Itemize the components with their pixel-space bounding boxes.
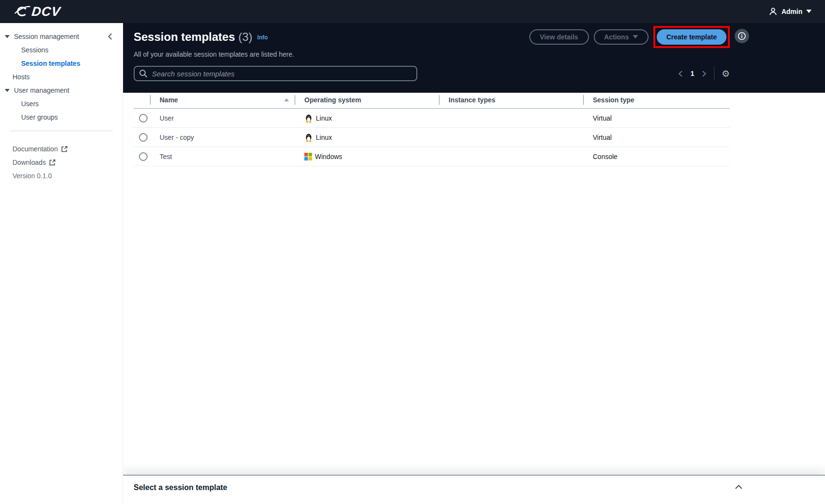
user-icon (769, 7, 777, 16)
sort-ascending-icon (284, 98, 289, 102)
sidebar-item-session-management[interactable]: Session management (0, 30, 123, 43)
sidebar-item-label: User groups (21, 113, 58, 121)
chevron-down-icon (633, 35, 638, 39)
table-row[interactable]: User (134, 109, 730, 128)
cell-instance-types (439, 147, 583, 166)
table-row[interactable]: User - copy (134, 128, 730, 147)
chevron-down-icon (806, 10, 812, 13)
cell-os-label: Windows (315, 153, 342, 160)
pagination: 1 ⚙ (678, 67, 730, 80)
session-templates-table: Name Operating system Instance types Ses… (134, 93, 730, 166)
cell-os-label: Linux (316, 114, 332, 122)
page-title: Session templates (3) Info (134, 30, 268, 44)
user-menu-label: Admin (781, 8, 802, 15)
external-link-icon (49, 159, 56, 166)
documentation-link-label: Documentation (12, 145, 58, 153)
previous-page-button[interactable] (678, 70, 683, 77)
info-link[interactable]: Info (257, 34, 268, 41)
sidebar-item-session-templates[interactable]: Session templates (0, 57, 123, 70)
sidebar-item-sessions[interactable]: Sessions (0, 43, 123, 57)
row-radio-button[interactable] (139, 114, 148, 123)
column-header-operating-system[interactable]: Operating system (295, 93, 439, 109)
cell-name: User (150, 109, 295, 128)
sidebar-item-user-management[interactable]: User management (0, 84, 123, 97)
cell-operating-system: Linux (295, 109, 439, 128)
actions-button-label: Actions (604, 33, 629, 41)
cell-name: User - copy (150, 128, 295, 147)
row-radio-button[interactable] (139, 133, 148, 142)
sidebar-item-label: Session management (14, 33, 79, 40)
triangle-down-icon (5, 89, 10, 92)
cell-instance-types (439, 128, 583, 147)
split-panel-expand-button[interactable] (735, 484, 743, 490)
split-panel-title: Select a session template (134, 483, 825, 492)
table-header-row: Name Operating system Instance types Ses… (134, 93, 730, 109)
sidebar-item-label: Sessions (21, 46, 49, 54)
view-details-button[interactable]: View details (529, 29, 589, 45)
cell-operating-system: Linux (295, 128, 439, 147)
sidebar-item-hosts[interactable]: Hosts (0, 70, 123, 84)
next-page-button[interactable] (701, 70, 707, 77)
selection-column-header (134, 93, 150, 109)
table-settings-gear-icon[interactable]: ⚙ (722, 69, 730, 78)
search-input[interactable] (134, 66, 417, 81)
row-radio-button[interactable] (139, 152, 148, 161)
cell-session-type: Console (583, 147, 730, 166)
create-template-button[interactable]: Create template (657, 29, 726, 45)
main-content: Session templates (3) Info View details … (123, 23, 825, 504)
search-box (134, 66, 417, 81)
search-icon (139, 69, 148, 78)
cell-session-type: Virtual (583, 109, 730, 128)
version-text: Version 0.1.0 (0, 169, 123, 183)
item-count-badge: (3) (238, 30, 252, 44)
external-link-icon (61, 146, 68, 152)
split-panel: Select a session template (123, 475, 825, 504)
linux-icon (304, 113, 313, 123)
page-header: Session templates (3) Info View details … (123, 23, 825, 93)
cell-os-label: Linux (316, 134, 332, 141)
table-row[interactable]: Test (134, 147, 730, 166)
brand-text: DCV (31, 5, 62, 18)
triangle-down-icon (5, 35, 10, 38)
column-header-name[interactable]: Name (150, 93, 295, 109)
downloads-link[interactable]: Downloads (0, 156, 123, 169)
annotation-highlight-box: Create template (653, 26, 730, 48)
downloads-link-label: Downloads (12, 159, 46, 166)
sidebar-collapse-button[interactable] (107, 33, 113, 40)
user-menu[interactable]: Admin (769, 7, 812, 16)
page-title-text: Session templates (134, 30, 235, 44)
sidebar-item-label: Users (21, 100, 39, 108)
side-navigation: Session management Sessions Session temp… (0, 23, 123, 504)
pagination-divider (714, 67, 714, 80)
linux-icon (304, 133, 313, 142)
current-page-number[interactable]: 1 (690, 70, 694, 77)
column-header-session-type[interactable]: Session type (583, 93, 730, 109)
column-header-instance-types[interactable]: Instance types (439, 93, 583, 109)
table-area: Name Operating system Instance types Ses… (123, 93, 825, 504)
page-subtitle: All of your available session templates … (134, 49, 730, 59)
sidebar-item-label: Session templates (21, 60, 80, 67)
documentation-link[interactable]: Documentation (0, 142, 123, 156)
sidebar-item-label: Hosts (12, 73, 30, 81)
sidebar-item-users[interactable]: Users (0, 97, 123, 111)
cell-instance-types (439, 109, 583, 128)
dcv-swoosh-icon (14, 4, 31, 19)
sidebar-divider (10, 131, 113, 131)
info-panel-toggle-button[interactable] (735, 29, 749, 43)
cell-session-type: Virtual (583, 128, 730, 147)
windows-icon (304, 153, 312, 160)
actions-button[interactable]: Actions (594, 29, 649, 45)
sidebar-item-user-groups[interactable]: User groups (0, 111, 123, 124)
cell-name: Test (150, 147, 295, 166)
app-topbar: DCV Admin (0, 0, 825, 23)
cell-operating-system: Windows (295, 147, 439, 166)
sidebar-item-label: User management (14, 86, 69, 94)
dcv-logo: DCV (14, 4, 61, 19)
